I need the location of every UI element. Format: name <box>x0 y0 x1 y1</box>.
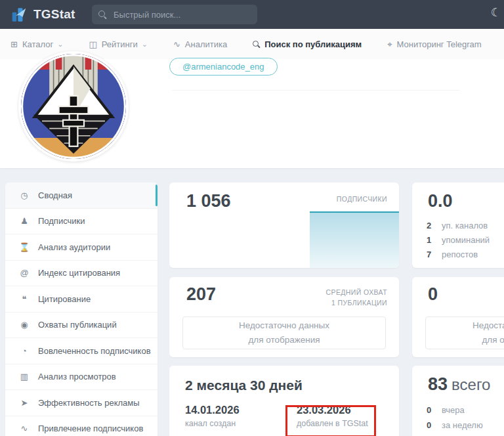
channel-created-label: канал создан <box>185 419 291 428</box>
stat-row: 2 уп. каналов <box>427 221 490 235</box>
sidebar-item-subscriber-acquisition[interactable]: ∿ Привлечение подписчиков <box>5 416 158 436</box>
sidebar-item-summary[interactable]: ◷ Сводная <box>5 183 158 209</box>
err-value: 0 <box>428 285 438 305</box>
sidebar-item-label: Анализ просмотров <box>38 372 116 381</box>
quick-search[interactable] <box>92 5 257 24</box>
sidebar-item-label: Индекс цитирования <box>38 268 120 278</box>
channel-age-value: 2 месяца 30 дней <box>185 378 383 393</box>
bar-chart-icon: ▥ <box>18 372 30 381</box>
sidebar-item-audience-analysis[interactable]: ⌛ Анализ аудитории <box>5 234 158 261</box>
sidebar-item-label: Охваты публикаций <box>38 320 117 330</box>
channel-username-badge[interactable]: @armeniancode_eng <box>169 58 278 76</box>
chevron-down-icon: ⌄ <box>57 40 63 49</box>
stat-label: за неделю <box>442 420 483 430</box>
stat-label: репостов <box>442 250 478 259</box>
gauge-icon: ◷ <box>18 191 30 200</box>
subscribers-card: 1 056 ПОДПИСЧИКИ <box>169 183 399 268</box>
empty-text-line: Недостаточно данных <box>426 318 504 333</box>
stat-row: 7 репостов <box>427 250 490 264</box>
sidebar-item-subscriber-engagement[interactable]: ◔ Вовлеченность подписчиков <box>5 338 158 364</box>
label-line: СРЕДНИЙ ОХВАТ <box>326 288 387 296</box>
average-reach-card: 207 СРЕДНИЙ ОХВАТ 1 ПУБЛИКАЦИИ Недостато… <box>169 277 399 357</box>
average-reach-label: СРЕДНИЙ ОХВАТ 1 ПУБЛИКАЦИИ <box>326 288 387 309</box>
posts-total-value: 83 <box>428 374 448 394</box>
nav-item-publication-search[interactable]: Поиск по публикациям <box>253 39 362 49</box>
sidebar-item-label: Цитирование <box>38 294 91 304</box>
tgstat-logo-icon <box>10 6 28 23</box>
stat-label: упоминаний <box>442 235 490 245</box>
subscribers-count: 1 056 <box>186 192 231 211</box>
armenian-emblem-image <box>21 54 126 159</box>
nav-item-analytics[interactable]: ∿ Аналитика <box>173 39 227 49</box>
nav-item-ratings[interactable]: ◫ Рейтинги ⌄ <box>89 39 148 49</box>
label-line: 1 ПУБЛИКАЦИИ <box>331 299 387 307</box>
sidebar-item-label: Сводная <box>38 190 72 200</box>
nav-item-label: Мониторинг Telegram <box>397 39 482 49</box>
sidebar-item-citations[interactable]: ❝ Цитирование <box>5 286 158 313</box>
empty-text-line: Недостаточно данных <box>183 318 385 333</box>
insufficient-data-box: Недостаточно данных для отображения <box>182 316 386 349</box>
nav-item-label: Каталог <box>22 39 53 49</box>
citation-index-value: 0.0 <box>428 192 453 211</box>
posts-card: 83всего 0 вчера 0 за неделю 3 за месяц <box>412 366 504 436</box>
sidebar-item-ad-effectiveness[interactable]: ➤ Эффективность рекламы <box>5 390 158 416</box>
stat-row: 1 упоминаний <box>427 235 490 250</box>
posts-breakdown: 0 вчера 0 за неделю 3 за месяц <box>427 405 483 436</box>
grid-icon: ⊞ <box>10 40 18 49</box>
sidebar-item-label: Вовлеченность подписчиков <box>38 346 151 356</box>
stat-label: уп. каналов <box>442 221 488 230</box>
err-card: 0 Недостаточно данных для отображения <box>412 277 504 357</box>
scan-target-icon: ⌖ <box>387 40 392 49</box>
tgstat-logo[interactable]: TGStat <box>10 6 75 23</box>
rocket-icon: ➤ <box>18 399 30 407</box>
channel-added-label: добавлен в TGStat <box>297 419 368 428</box>
sidebar-item-views-analysis[interactable]: ▥ Анализ просмотров <box>5 364 158 391</box>
stat-num: 0 <box>427 405 437 415</box>
stat-num: 1 <box>427 235 437 245</box>
stat-num: 7 <box>427 250 437 259</box>
trend-line-icon: ∿ <box>18 424 30 433</box>
citation-index-card: 0.0 2 уп. каналов 1 упоминаний 7 репосто… <box>412 183 504 268</box>
empty-text-line: для отображения <box>183 333 385 347</box>
nav-item-label: Поиск по публикациям <box>264 39 362 49</box>
channel-avatar[interactable] <box>18 51 129 162</box>
chevron-down-icon: ⌄ <box>142 40 148 49</box>
nav-item-label: Рейтинги <box>102 39 138 49</box>
sidebar-item-label: Подписчики <box>38 216 85 226</box>
sidebar-item-citation-index[interactable]: @ Индекс цитирования <box>5 261 158 287</box>
citation-index-breakdown: 2 уп. каналов 1 упоминаний 7 репостов <box>427 221 490 264</box>
channel-header-card: @armeniancode_eng <box>0 59 504 168</box>
users-icon: ♟ <box>18 217 30 225</box>
channel-added-date: 23.03.2026 <box>297 404 368 416</box>
posts-total-suffix: всего <box>452 376 490 393</box>
channel-added-column: 23.03.2026 добавлен в TGStat <box>291 404 368 428</box>
channel-created-date: 14.01.2026 <box>185 404 291 416</box>
subscribers-label: ПОДПИСЧИКИ <box>337 194 387 205</box>
line-chart-icon: ∿ <box>173 40 180 49</box>
channel-age-card: 2 месяца 30 дней 14.01.2026 канал создан… <box>169 366 399 436</box>
stat-num: 2 <box>427 221 437 230</box>
posts-total: 83всего <box>428 375 490 395</box>
top-navbar: TGStat ☾ <box>0 0 504 29</box>
stat-label: вчера <box>442 405 465 415</box>
insufficient-data-box: Недостаточно данных для отображения <box>425 316 504 349</box>
brand-name: TGStat <box>33 7 75 22</box>
stat-row: 0 за неделю <box>427 420 483 435</box>
quote-bubble-icon: ❝ <box>18 295 30 303</box>
nav-item-label: Аналитика <box>185 39 227 49</box>
pie-chart-icon: ◔ <box>18 347 30 355</box>
channel-dates: 14.01.2026 канал создан 23.03.2026 добав… <box>185 404 383 428</box>
search-input[interactable] <box>112 9 240 20</box>
search-icon <box>253 41 260 48</box>
chart-square-icon: ◫ <box>89 40 96 49</box>
stat-num: 0 <box>427 420 437 430</box>
sidebar-item-label: Эффективность рекламы <box>38 398 140 408</box>
sidebar-item-label: Привлечение подписчиков <box>38 424 143 433</box>
sidebar-item-post-reach[interactable]: ◉ Охваты публикаций <box>5 313 158 339</box>
nav-item-telegram-monitoring[interactable]: ⌖ Мониторинг Telegram <box>387 39 482 49</box>
nav-item-catalog[interactable]: ⊞ Каталог ⌄ <box>10 39 63 49</box>
sidebar-item-subscribers[interactable]: ♟ Подписчики <box>5 209 158 235</box>
subscribers-sparkline-chart <box>310 211 399 268</box>
sidebar-item-label: Анализ аудитории <box>38 242 110 252</box>
dark-mode-toggle-moon-icon[interactable]: ☾ <box>491 7 501 18</box>
